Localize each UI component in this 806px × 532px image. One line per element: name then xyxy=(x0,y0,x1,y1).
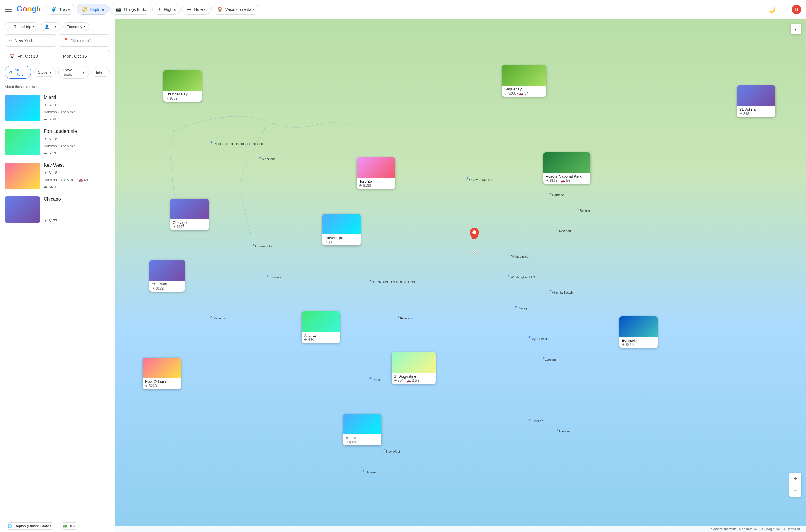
map-card-name-toronto: Toronto xyxy=(359,179,393,184)
dest-meta-miami: Nonstop · 3 hr 5 min xyxy=(44,110,110,114)
map-card-st-johns[interactable]: St. John's✈ $431 xyxy=(737,86,775,117)
apps-button[interactable]: ⋮⋮⋮ xyxy=(780,6,787,13)
search-controls: ⇄ Round trip ▾ 👤 1 ▾ Economy ▾ ○ New Yor xyxy=(0,19,115,82)
person-icon: 👤 xyxy=(44,24,49,29)
map-area[interactable]: Thunder Bay✈ $389Saguenay✈ $266 · 🚗 5hSt… xyxy=(115,19,806,532)
all-filters-button[interactable]: ⚙ All filters xyxy=(5,66,31,79)
dest-flight-price-miami: $116 xyxy=(49,103,57,107)
map-city-dot xyxy=(266,274,268,276)
map-city-dot xyxy=(384,449,385,451)
trip-type-selector[interactable]: ⇄ Round trip ▾ xyxy=(5,22,38,31)
map-city-dot xyxy=(211,316,213,317)
currency-button[interactable]: 💵 USD xyxy=(60,522,79,530)
map-card-name-bermuda: Bermuda xyxy=(622,338,655,343)
dest-card-kw[interactable]: Key West ✈ $116 Nonstop · 3 hr 5 min · 🚗… xyxy=(0,159,115,193)
destination-input[interactable]: 📍 Where to? xyxy=(59,35,110,46)
map-city-dot xyxy=(211,141,213,143)
date-from-input[interactable]: 📅 Fri, Oct 13 xyxy=(5,50,56,62)
map-card-st-augustine[interactable]: St. Augustine✈ $94 · 🚗 2.5h xyxy=(391,352,436,384)
map-city-dot xyxy=(508,254,510,256)
map-card-saguenay[interactable]: Saguenay✈ $266 · 🚗 5h xyxy=(502,65,546,97)
nav-tab-travel[interactable]: 🧳 Travel xyxy=(46,4,75,15)
nav-tab-vacation[interactable]: 🏠 Vacation rentals xyxy=(212,4,259,15)
origin-input[interactable]: ○ New York xyxy=(5,35,56,46)
dest-name-ftl: Fort Lauderdale xyxy=(44,129,110,134)
expand-icon: ⤢ xyxy=(794,26,798,32)
map-card-acadia[interactable]: Acadia National Park✈ $168 · 🚗 5h xyxy=(543,152,590,184)
dest-info-chicago: Chicago ✈ $177 xyxy=(44,196,110,223)
dest-hotel-price-ftl: $176 xyxy=(49,151,57,155)
origin-dot xyxy=(473,251,476,254)
map-city-dot xyxy=(550,192,551,194)
nav-tab-flights[interactable]: ✈ Flights xyxy=(152,4,181,15)
more-filter[interactable]: Inte... xyxy=(91,68,110,77)
passenger-chevron: ▾ xyxy=(55,25,56,28)
map-expand-button[interactable]: ⤢ xyxy=(791,23,801,34)
dest-image-ftl xyxy=(5,129,40,155)
map-card-img-toronto xyxy=(357,157,395,178)
map-card-img-st-johns xyxy=(737,86,775,106)
map-city-dot xyxy=(529,418,530,420)
date-inputs: 📅 Fri, Oct 13 Mon, Oct 16 xyxy=(5,50,110,62)
dest-hotel-ftl: 🛏 $176 xyxy=(44,151,110,155)
dest-card-miami[interactable]: Miami ✈ $116 Nonstop · 3 hr 5 min 🛏 $190 xyxy=(0,91,115,125)
dest-flight-kw: ✈ $116 xyxy=(44,171,110,175)
map-card-chicago[interactable]: Chicago✈ $177 xyxy=(170,198,209,230)
travel-mode-filter[interactable]: Travel mode ▾ xyxy=(58,66,89,79)
map-city-dot xyxy=(259,156,261,158)
origin-pin[interactable] xyxy=(470,228,479,240)
dest-meta-ftl: Nonstop · 3 hr 5 min xyxy=(44,144,110,148)
map-card-atlanta[interactable]: Atlanta✈ $98 xyxy=(301,311,340,343)
map-card-img-atlanta xyxy=(301,311,340,332)
dest-info-miami: Miami ✈ $116 Nonstop · 3 hr 5 min 🛏 $190 xyxy=(44,95,110,121)
nav-tab-things-to-do[interactable]: 📷 Things to do xyxy=(110,4,151,15)
map-card-price-atlanta: ✈ $98 xyxy=(304,338,337,342)
dest-card-chicago[interactable]: Chicago ✈ $177 xyxy=(0,193,115,227)
map-card-name-new-orleans: New Orleans xyxy=(145,379,179,384)
terms-link[interactable]: Terms of... xyxy=(787,527,803,531)
map-card-toronto[interactable]: Toronto✈ $183 xyxy=(357,157,395,189)
keyboard-shortcuts[interactable]: Keyboard shortcuts xyxy=(709,527,737,531)
trip-options: ⇄ Round trip ▾ 👤 1 ▾ Economy ▾ xyxy=(5,22,110,31)
hamburger-menu[interactable] xyxy=(5,6,12,13)
nav-tab-hotels[interactable]: 🛏 Hotels xyxy=(182,4,211,15)
cabin-class-selector[interactable]: Economy ▾ xyxy=(62,22,89,31)
nav-tab-explore[interactable]: 🧭 Explore xyxy=(77,4,109,15)
dark-mode-button[interactable]: 🌙 xyxy=(768,6,775,13)
dest-card-ftl[interactable]: Fort Lauderdale ✈ $116 Nonstop · 3 hr 5 … xyxy=(0,125,115,159)
map-card-price-toronto: ✈ $183 xyxy=(359,184,393,188)
filter-icon: ⚙ xyxy=(9,70,13,75)
stops-filter[interactable]: Stops ▾ xyxy=(33,68,56,77)
google-logo[interactable]: Google xyxy=(17,4,40,15)
map-card-pittsburgh[interactable]: Pittsburgh✈ $102 xyxy=(322,214,361,245)
nav-right: 🌙 ⋮⋮⋮ G xyxy=(768,5,801,14)
travel-mode-chevron: ▾ xyxy=(83,70,85,75)
nav-tab-things-label: Things to do xyxy=(124,7,146,12)
calendar-icon: 📅 xyxy=(9,53,15,59)
map-card-thunder-bay[interactable]: Thunder Bay✈ $389 xyxy=(163,70,202,102)
dest-name-kw: Key West xyxy=(44,163,110,168)
zoom-in-button[interactable]: + xyxy=(789,473,801,485)
top-navigation: Google 🧳 Travel 🧭 Explore 📷 Things to do… xyxy=(0,0,806,19)
plane-icon-ftl: ✈ xyxy=(44,137,47,141)
map-card-miami[interactable]: Miami✈ $116 xyxy=(343,414,382,445)
avatar[interactable]: G xyxy=(792,5,801,14)
passenger-selector[interactable]: 👤 1 ▾ xyxy=(41,22,60,31)
dest-name-miami: Miami xyxy=(44,95,110,100)
map-zoom-controls: + − xyxy=(789,473,801,497)
zoom-out-button[interactable]: − xyxy=(789,485,801,497)
dest-flight-ftl: ✈ $116 xyxy=(44,137,110,141)
map-card-name-chicago: Chicago xyxy=(173,220,206,225)
map-city-dot xyxy=(556,228,558,230)
date-to-value: Mon, Oct 16 xyxy=(63,54,87,59)
dest-hotel-kw: 🛏 $410 xyxy=(44,185,110,189)
map-card-new-orleans[interactable]: New Orleans✈ $233 xyxy=(143,358,181,389)
trip-type-label: Round trip xyxy=(14,24,31,29)
date-to-input[interactable]: Mon, Oct 16 xyxy=(59,50,110,62)
dest-flight-price-chicago: $177 xyxy=(49,218,57,223)
map-card-st-louis[interactable]: St. Louis✈ $272 xyxy=(149,260,185,292)
language-button[interactable]: 🌐 English (United States) xyxy=(5,522,55,530)
map-card-bermuda[interactable]: Bermuda✈ $316 xyxy=(619,316,658,348)
hotel-icon-kw: 🛏 xyxy=(44,185,48,189)
map-card-img-acadia xyxy=(543,152,590,173)
